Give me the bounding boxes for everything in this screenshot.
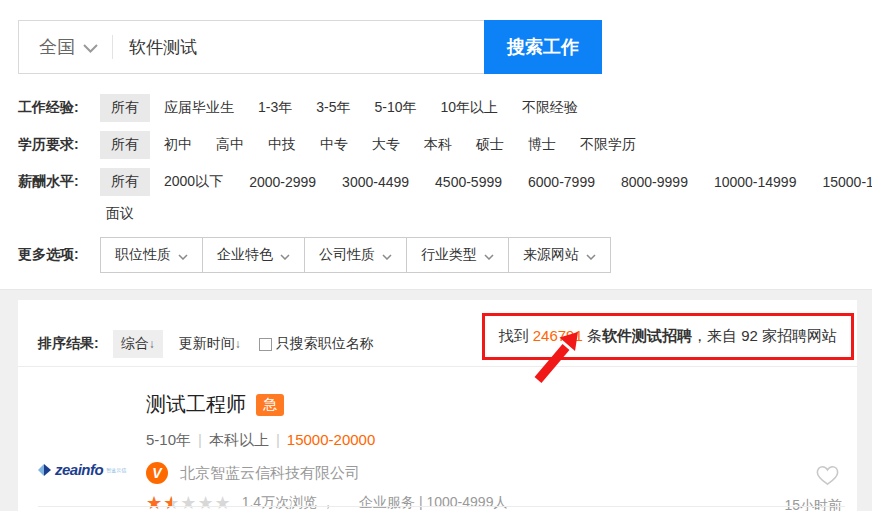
meta-separator: | [269,431,287,448]
title-only-checkbox-wrap[interactable]: 只搜索职位名称 [259,335,374,353]
job-title-link[interactable]: 测试工程师 [146,391,246,418]
job-experience: 5-10年 [146,431,191,448]
filter-option[interactable]: 本科 [424,136,452,154]
filter-row-education: 学历要求: 所有 初中 高中 中技 中专 大专 本科 硕士 博士 不限学历 [18,131,872,159]
dropdown-source-site[interactable]: 来源网站 [509,238,610,272]
rating-row: ★★★★★ ★★★★★ 1.4万次浏览 ， 企业服务 | 1000-4999人 [146,494,507,511]
verified-badge-icon: V [146,462,168,484]
sort-arrow-icon: ↓ [235,337,241,351]
filter-option[interactable]: 4500-5999 [435,174,502,190]
filter-option[interactable]: 3000-4499 [342,174,409,190]
result-prefix: 找到 [499,327,533,344]
filter-label: 学历要求: [18,136,100,154]
filter-option[interactable]: 硕士 [476,136,504,154]
more-options-row: 更多选项: 职位性质 企业特色 公司性质 行业类型 来源网站 [18,237,872,273]
filter-option[interactable]: 高中 [216,136,244,154]
sort-composite-button[interactable]: 综合↓ [113,330,163,358]
filter-option[interactable]: 6000-7999 [528,174,595,190]
chevron-down-icon [382,247,392,263]
filter-chip-all[interactable]: 所有 [100,94,150,122]
result-keyword: 软件测试招聘 [602,327,692,344]
meta-separator: | [191,431,209,448]
filter-option[interactable]: 应届毕业生 [164,99,234,117]
filter-option[interactable]: 不限学历 [580,136,636,154]
filter-section: 全国 搜索工作 工作经验: 所有 应届毕业生 1-3年 3-5年 5-10年 1… [0,0,872,290]
dropdown-label: 企业特色 [217,246,273,264]
result-middle: 条 [583,327,602,344]
stars-fill: ★★★★★ [146,494,172,511]
filter-row-salary: 薪酬水平: 所有 2000以下 2000-2999 3000-4499 4500… [18,168,872,196]
dropdown-label: 公司性质 [319,246,375,264]
job-meta: 5-10年|本科以上|15000-20000 [146,431,507,450]
filter-option[interactable]: 10000-14999 [714,174,797,190]
dropdown-label: 行业类型 [421,246,477,264]
filter-label: 薪酬水平: [18,173,100,191]
search-input[interactable] [113,21,484,73]
filter-option[interactable]: 2000-2999 [249,174,316,190]
filter-option[interactable]: 5-10年 [374,99,416,117]
filter-chip-all[interactable]: 所有 [100,131,150,159]
more-options-group: 职位性质 企业特色 公司性质 行业类型 来源网站 [100,237,611,273]
industry-size: 企业服务 | 1000-4999人 [359,494,507,511]
dropdown-industry[interactable]: 行业类型 [407,238,509,272]
location-value: 全国 [39,35,75,59]
location-dropdown[interactable]: 全国 [19,21,112,73]
result-count: 246791 [533,327,583,344]
list-item-divider [38,506,845,507]
filter-option[interactable]: 中专 [320,136,348,154]
filter-option[interactable]: 15000-19999 [822,174,872,190]
dropdown-label: 职位性质 [115,246,171,264]
filter-option[interactable]: 大专 [372,136,400,154]
filter-row-salary-line2: 面议 [106,205,872,223]
chevron-down-icon [178,247,188,263]
search-button[interactable]: 搜索工作 [484,20,602,74]
filter-row-experience: 工作经验: 所有 应届毕业生 1-3年 3-5年 5-10年 10年以上 不限经… [18,94,872,122]
favorite-heart-icon[interactable] [814,461,841,490]
logo-subtext: 智蓝云信 [106,467,126,473]
checkbox-label: 只搜索职位名称 [276,335,374,353]
search-bar: 全国 搜索工作 [18,20,602,74]
posted-time: 15小时前 [784,497,842,511]
filter-option[interactable]: 3-5年 [316,99,350,117]
chevron-down-icon [280,247,290,263]
filter-option[interactable]: 面议 [106,205,134,221]
filter-option[interactable]: 博士 [528,136,556,154]
filter-chip-all[interactable]: 所有 [100,168,150,196]
logo-diamond-icon [38,463,52,477]
sort-label: 排序结果: [38,335,99,353]
result-suffix: ，来自 92 家招聘网站 [692,327,837,344]
chevron-down-icon [484,247,494,263]
filter-option[interactable]: 1-3年 [258,99,292,117]
filter-label: 更多选项: [18,246,100,264]
dropdown-job-nature[interactable]: 职位性质 [101,238,203,272]
company-row: V 北京智蓝云信科技有限公司 [146,462,507,484]
dropdown-label: 来源网站 [523,246,579,264]
job-education: 本科以上 [209,431,269,448]
sort-arrow-icon: ↓ [149,337,155,351]
urgent-badge: 急 [256,394,284,416]
filter-option[interactable]: 中技 [268,136,296,154]
view-count: 1.4万次浏览 ， [242,494,335,511]
filter-option[interactable]: 10年以上 [441,99,499,117]
sort-updated-button[interactable]: 更新时间↓ [179,335,241,353]
dropdown-company-feature[interactable]: 企业特色 [203,238,305,272]
chevron-down-icon [83,37,98,58]
chevron-down-icon [586,247,596,263]
results-card: 排序结果: 综合↓ 更新时间↓ 只搜索职位名称 找到 246791 条软件测试招… [18,300,857,511]
job-salary: 15000-20000 [287,431,375,448]
dropdown-company-type[interactable]: 公司性质 [305,238,407,272]
title-only-checkbox[interactable] [259,338,272,351]
job-listing-item[interactable]: zeainfo 智蓝云信 测试工程师 急 5-10年|本科以上|15000-20… [18,367,857,511]
filter-option[interactable]: 2000以下 [164,173,223,191]
job-main: 测试工程师 急 5-10年|本科以上|15000-20000 V 北京智蓝云信科… [146,391,507,511]
star-rating: ★★★★★ ★★★★★ [146,494,232,511]
logo-text: zeainfo [55,461,103,478]
company-name-link[interactable]: 北京智蓝云信科技有限公司 [180,464,360,483]
filter-option[interactable]: 不限经验 [522,99,578,117]
filter-option[interactable]: 8000-9999 [621,174,688,190]
filter-label: 工作经验: [18,99,100,117]
result-summary-box: 找到 246791 条软件测试招聘，来自 92 家招聘网站 [482,313,854,360]
company-logo: zeainfo 智蓝云信 [38,427,130,511]
filter-option[interactable]: 初中 [164,136,192,154]
